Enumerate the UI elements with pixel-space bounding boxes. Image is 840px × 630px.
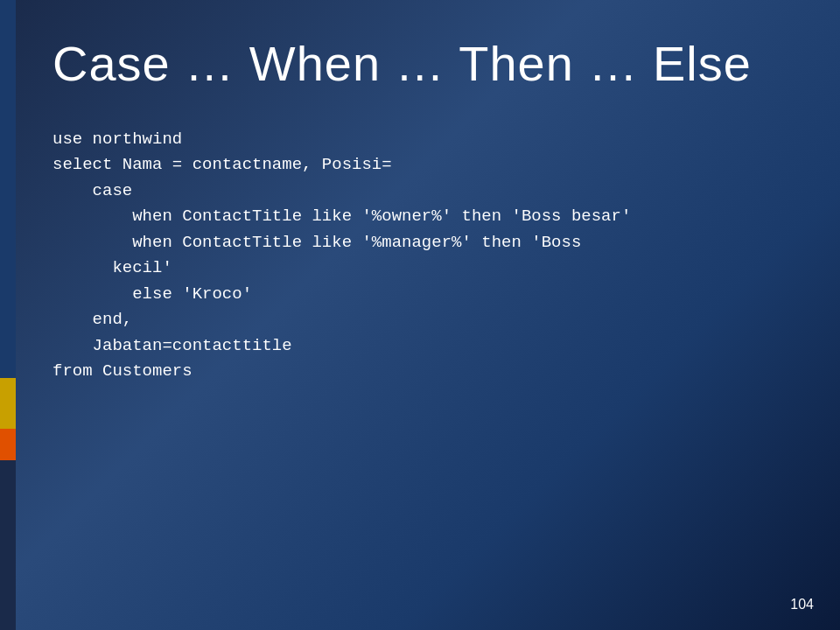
accent-bar xyxy=(0,0,16,630)
content-area: use northwind select Nama = contactname,… xyxy=(52,118,788,595)
accent-bar-rest xyxy=(0,460,16,630)
accent-bar-gold xyxy=(0,378,16,429)
accent-bar-orange xyxy=(0,429,16,460)
accent-bar-top xyxy=(0,0,16,378)
code-block: use northwind select Nama = contactname,… xyxy=(52,127,788,384)
page-number: 104 xyxy=(790,597,814,612)
slide: Case … When … Then … Else use northwind … xyxy=(0,0,840,630)
slide-title: Case … When … Then … Else xyxy=(52,35,788,92)
